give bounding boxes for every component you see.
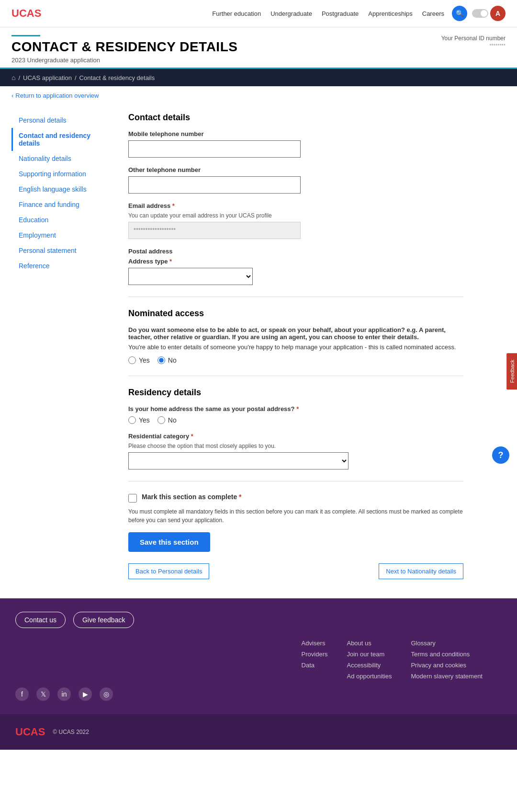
sidebar-item-nationality[interactable]: Nationality details xyxy=(11,151,117,166)
nominated-desc: Do you want someone else to be able to a… xyxy=(128,326,463,341)
logo-accent: UC xyxy=(11,7,27,19)
bottom-footer: UCAS © UCAS 2022 xyxy=(0,714,517,750)
nav-undergraduate[interactable]: Undergraduate xyxy=(270,10,312,17)
mobile-field-group: Mobile telephone number xyxy=(128,130,463,158)
nominated-yes-label[interactable]: Yes xyxy=(128,356,150,364)
nominated-yes-radio[interactable] xyxy=(128,356,136,364)
nav-further-education[interactable]: Further education xyxy=(212,10,261,17)
footer-link-advisers[interactable]: Advisers xyxy=(302,640,328,647)
postal-address-group: Postal address Address type * xyxy=(128,248,463,285)
mobile-input[interactable] xyxy=(128,140,301,158)
residency-title: Residency details xyxy=(128,388,463,398)
mark-complete-required-star: * xyxy=(239,493,241,501)
save-section-button[interactable]: Save this section xyxy=(128,532,210,552)
email-hint: You can update your email address in you… xyxy=(128,212,463,219)
footer-col-1: Advisers Providers Data xyxy=(302,640,328,680)
sidebar-item-employment[interactable]: Employment xyxy=(11,228,117,243)
nav-careers[interactable]: Careers xyxy=(422,10,444,17)
residential-category-label: Residential category * xyxy=(128,433,463,440)
home-address-no-text: No xyxy=(168,416,177,424)
help-button[interactable]: ? xyxy=(492,446,509,464)
sidebar-item-english-language[interactable]: English language skills xyxy=(11,182,117,197)
bottom-logo-rest: AS xyxy=(31,726,45,738)
footer-link-data[interactable]: Data xyxy=(302,662,328,669)
sidebar-item-education[interactable]: Education xyxy=(11,212,117,228)
feedback-tab[interactable]: Feedback xyxy=(506,353,517,389)
search-icon[interactable]: 🔍 xyxy=(452,6,467,21)
footer-link-team[interactable]: Join our team xyxy=(347,651,392,658)
give-feedback-button[interactable]: Give feedback xyxy=(73,612,135,628)
mark-complete-label[interactable]: Mark this section as complete * xyxy=(142,493,242,501)
back-to-personal-button[interactable]: Back to Personal details xyxy=(128,563,209,579)
other-tel-input[interactable] xyxy=(128,176,301,194)
twitter-icon[interactable]: 𝕏 xyxy=(36,687,50,701)
footer-link-glossary[interactable]: Glossary xyxy=(411,640,483,647)
home-address-yes-radio[interactable] xyxy=(128,416,136,424)
footer-link-about[interactable]: About us xyxy=(347,640,392,647)
footer-link-terms[interactable]: Terms and conditions xyxy=(411,651,483,658)
section-divider-3 xyxy=(128,481,463,481)
email-field-group: Email address * You can update your emai… xyxy=(128,202,463,239)
postal-label: Postal address xyxy=(128,248,463,255)
toggle-pill[interactable] xyxy=(472,9,488,18)
instagram-icon[interactable]: ◎ xyxy=(100,687,113,701)
avatar: A xyxy=(490,6,506,21)
section-divider-2 xyxy=(128,376,463,376)
footer-link-slavery[interactable]: Modern slavery statement xyxy=(411,673,483,680)
nominated-no-label[interactable]: No xyxy=(157,356,177,364)
nav-postgraduate[interactable]: Postgraduate xyxy=(322,10,359,17)
other-tel-label: Other telephone number xyxy=(128,166,463,173)
bottom-logo-accent: UC xyxy=(15,726,31,738)
main-layout: Personal details Contact and residency d… xyxy=(0,105,517,598)
page-subtitle: 2023 Undergraduate application xyxy=(11,57,237,64)
residential-category-select[interactable] xyxy=(128,452,348,469)
mark-complete-hint: You must complete all mandatory fields i… xyxy=(128,507,463,525)
facebook-icon[interactable]: f xyxy=(15,687,29,701)
main-content: Contact details Mobile telephone number … xyxy=(128,105,463,598)
youtube-icon[interactable]: ▶ xyxy=(79,687,92,701)
breadcrumb-current: Contact & residency details xyxy=(79,74,155,81)
copyright: © UCAS 2022 xyxy=(53,729,89,735)
sidebar-item-finance-funding[interactable]: Finance and funding xyxy=(11,197,117,212)
address-type-select[interactable] xyxy=(128,268,253,285)
footer-link-ad-opportunities[interactable]: Ad opportunities xyxy=(347,673,392,680)
footer-link-providers[interactable]: Providers xyxy=(302,651,328,658)
nav-apprenticeships[interactable]: Apprenticeships xyxy=(368,10,413,17)
address-type-required-star: * xyxy=(169,258,172,265)
mobile-label: Mobile telephone number xyxy=(128,130,463,137)
section-divider-1 xyxy=(128,297,463,297)
sidebar-item-personal-details[interactable]: Personal details xyxy=(11,113,117,128)
breadcrumb: ⌂ / UCAS application / Contact & residen… xyxy=(0,69,517,86)
breadcrumb-ucas-application[interactable]: UCAS application xyxy=(23,74,72,81)
next-to-nationality-button[interactable]: Next to Nationality details xyxy=(379,563,463,579)
home-address-no-label[interactable]: No xyxy=(157,416,177,424)
home-address-no-radio[interactable] xyxy=(157,416,165,424)
nominated-no-radio[interactable] xyxy=(157,356,165,364)
other-tel-field-group: Other telephone number xyxy=(128,166,463,194)
page-title-area: CONTACT & RESIDENCY DETAILS 2023 Undergr… xyxy=(0,27,517,69)
nominated-access-section: Nominated access Do you want someone els… xyxy=(128,309,463,364)
home-address-yes-label[interactable]: Yes xyxy=(128,416,150,424)
sidebar-item-reference[interactable]: Reference xyxy=(11,258,117,274)
footer-col-3: Glossary Terms and conditions Privacy an… xyxy=(411,640,483,680)
back-link[interactable]: ‹ Return to application overview xyxy=(11,92,506,99)
address-type-group: Address type * xyxy=(128,258,463,285)
avatar-toggle[interactable]: A xyxy=(472,6,506,21)
footer-col-2: About us Join our team Accessibility Ad … xyxy=(347,640,392,680)
bottom-logo: UCAS xyxy=(15,726,45,738)
personal-id-label: Your Personal ID number xyxy=(441,35,506,42)
residential-category-required-star: * xyxy=(191,433,193,440)
contact-us-button[interactable]: Contact us xyxy=(15,612,66,628)
sidebar-item-supporting-info[interactable]: Supporting information xyxy=(11,166,117,182)
footer-link-accessibility[interactable]: Accessibility xyxy=(347,662,392,669)
linkedin-icon[interactable]: in xyxy=(57,687,71,701)
sidebar-item-personal-statement[interactable]: Personal statement xyxy=(11,243,117,258)
sidebar-item-contact-residency[interactable]: Contact and residency details xyxy=(11,128,117,151)
contact-details-title: Contact details xyxy=(128,113,463,123)
home-address-required-star: * xyxy=(296,405,299,412)
mark-complete-area: Mark this section as complete * You must… xyxy=(128,493,463,525)
home-icon[interactable]: ⌂ xyxy=(11,74,15,81)
footer-link-privacy[interactable]: Privacy and cookies xyxy=(411,662,483,669)
page-title: CONTACT & RESIDENCY DETAILS xyxy=(11,39,237,55)
mark-complete-checkbox[interactable] xyxy=(128,494,137,503)
